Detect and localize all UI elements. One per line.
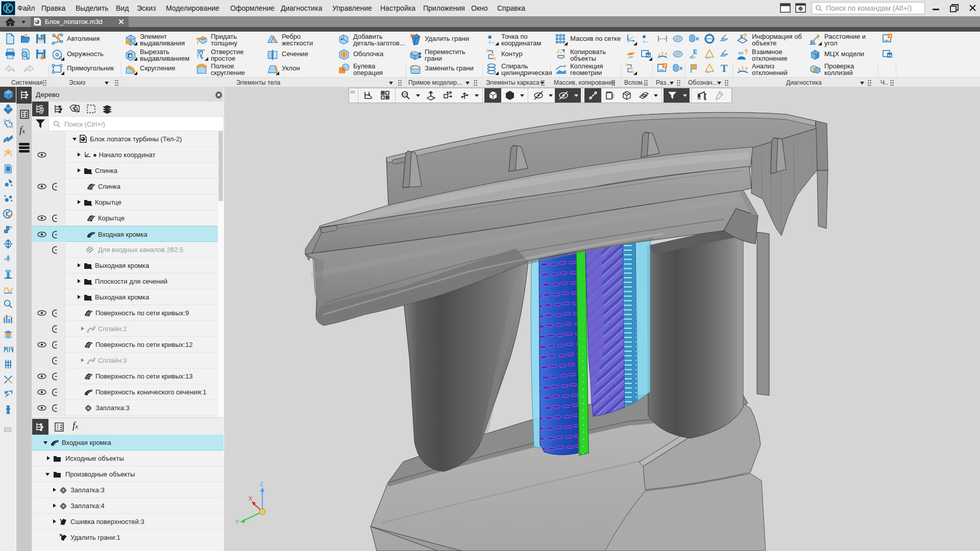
svg-text:12: 12: [40, 111, 43, 114]
svg-text:Y: Y: [235, 519, 239, 525]
svg-text:Z: Z: [260, 481, 263, 487]
svg-text:X: X: [249, 495, 253, 502]
